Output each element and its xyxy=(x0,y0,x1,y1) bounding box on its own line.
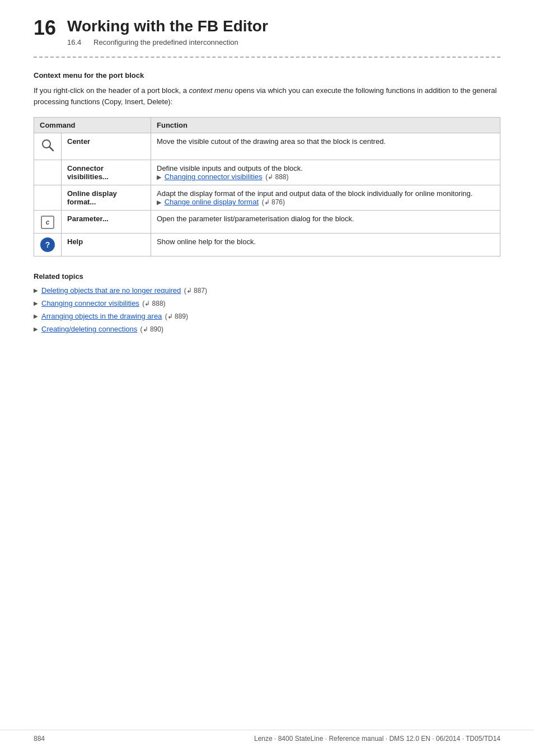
related-link-1[interactable]: Deleting objects that are no longer requ… xyxy=(41,286,181,295)
list-item: Creating/deleting connections (↲ 890) xyxy=(34,325,500,333)
page-number: 884 xyxy=(34,735,45,743)
arrow-icon: ▶ xyxy=(157,174,161,180)
context-menu-heading: Context menu for the port block xyxy=(34,71,500,80)
online-command: Online display format... xyxy=(62,185,151,211)
center-command: Center xyxy=(62,133,151,160)
ref-4: (↲ 890) xyxy=(138,325,163,333)
table-row: Connector visibilities... Define visible… xyxy=(34,160,500,185)
related-topics-section: Related topics Deleting objects that are… xyxy=(34,272,500,333)
online-function: Adapt the display format of the input an… xyxy=(151,185,500,211)
param-icon: c xyxy=(41,216,54,229)
command-table: Command Function Center Move the visible… xyxy=(34,117,500,256)
param-icon-cell: c xyxy=(34,211,62,234)
intro-italic: context menu xyxy=(189,86,232,95)
online-display-ref: (↲ 876) xyxy=(262,198,285,206)
center-icon-cell xyxy=(34,133,62,160)
ref-1: (↲ 887) xyxy=(182,287,207,295)
connector-function: Define visible inputs and outputs of the… xyxy=(151,160,500,185)
table-row: Online display format... Adapt the displ… xyxy=(34,185,500,211)
related-link-4[interactable]: Creating/deleting connections xyxy=(41,325,137,333)
section-title: Reconfiguring the predefined interconnec… xyxy=(93,38,238,46)
intro-paragraph: If you right-click on the header of a po… xyxy=(34,85,500,109)
list-item: Arranging objects in the drawing area (↲… xyxy=(34,312,500,320)
online-icon-cell xyxy=(34,185,62,211)
arrow-icon-2: ▶ xyxy=(157,199,161,206)
svg-line-1 xyxy=(49,147,53,151)
page-header: 16 Working with the FB Editor 16.4 Recon… xyxy=(34,17,500,46)
param-function: Open the parameter list/parameterisation… xyxy=(151,211,500,234)
help-function: Show online help for the block. xyxy=(151,234,500,256)
chapter-number: 16 xyxy=(34,17,56,39)
chapter-title-block: Working with the FB Editor 16.4 Reconfig… xyxy=(67,17,268,46)
related-topics-heading: Related topics xyxy=(34,272,500,281)
help-icon-cell: ? xyxy=(34,234,62,256)
col2-header: Function xyxy=(151,118,500,133)
connector-vis-link[interactable]: Changing connector visibilities xyxy=(165,172,263,181)
publisher-info: Lenze · 8400 StateLine · Reference manua… xyxy=(254,735,500,743)
related-link-2[interactable]: Changing connector visibilities xyxy=(41,299,139,307)
divider xyxy=(34,57,500,58)
page-footer: 884 Lenze · 8400 StateLine · Reference m… xyxy=(0,730,534,743)
table-row: Center Move the visible cutout of the dr… xyxy=(34,133,500,160)
list-item: Deleting objects that are no longer requ… xyxy=(34,286,500,295)
related-link-3[interactable]: Arranging objects in the drawing area xyxy=(41,312,162,320)
related-topics-list: Deleting objects that are no longer requ… xyxy=(34,286,500,333)
list-item: Changing connector visibilities (↲ 888) xyxy=(34,299,500,307)
online-display-link[interactable]: Change online display format xyxy=(165,198,259,206)
col1-header: Command xyxy=(34,118,151,133)
center-function: Move the visible cutout of the drawing a… xyxy=(151,133,500,160)
connector-command: Connector visibilities... xyxy=(62,160,151,185)
ref-3: (↲ 889) xyxy=(163,312,188,320)
ref-2: (↲ 888) xyxy=(140,300,166,307)
search-icon xyxy=(40,137,55,153)
help-command: Help xyxy=(62,234,151,256)
table-row: c Parameter... Open the parameter list/p… xyxy=(34,211,500,234)
context-menu-section: Context menu for the port block If you r… xyxy=(34,71,500,109)
param-command: Parameter... xyxy=(62,211,151,234)
intro-text-part1: If you right-click on the header of a po… xyxy=(34,86,189,95)
section-number: 16.4 xyxy=(67,38,81,46)
table-row: ? Help Show online help for the block. xyxy=(34,234,500,256)
chapter-subtitle: 16.4 Reconfiguring the predefined interc… xyxy=(67,38,268,46)
chapter-title: Working with the FB Editor xyxy=(67,17,268,36)
connector-vis-ref: (↲ 888) xyxy=(265,173,288,181)
help-icon: ? xyxy=(40,237,55,252)
connector-icon-cell xyxy=(34,160,62,185)
